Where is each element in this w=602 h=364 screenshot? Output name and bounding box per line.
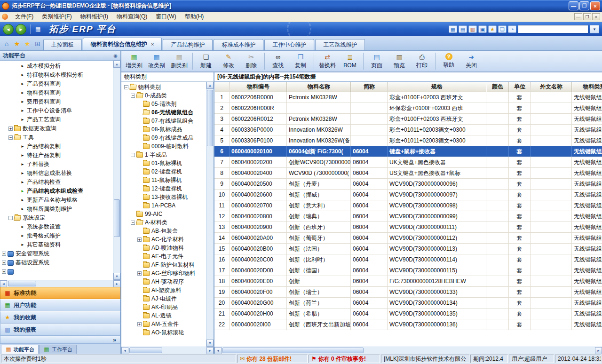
action-button-exit[interactable]: ➜关闭 (460, 51, 482, 71)
table-row[interactable]: 120600400020800创新（瑞典）06004WCV90D(7300000… (214, 211, 602, 222)
scroll-left-icon[interactable]: ◄ (121, 347, 128, 354)
tree-item[interactable]: −0-成品类 (122, 91, 206, 100)
sidebar-panel-2[interactable]: ▦用户功能 (0, 299, 120, 311)
tree-item[interactable]: 99-AIC (122, 210, 206, 218)
tree-item[interactable]: AF-防护包装材料 (122, 261, 206, 269)
action-button-binoculars[interactable]: ∞查找 (267, 51, 289, 71)
table-row[interactable]: 160600400020C00创新（比利时）06004WCV90D(730000… (214, 254, 602, 265)
scroll-track[interactable] (7, 280, 113, 287)
tree-item[interactable]: 08-鼠标成品 (122, 125, 206, 134)
table-row[interactable]: 200600400020G00创新（荷兰）06004WCV90D(7300000… (214, 298, 602, 309)
search-dropdown-button[interactable]: ▼ (590, 25, 599, 33)
tab-close-icon[interactable]: × (151, 41, 154, 47)
tree-item[interactable]: ►物料资料查询 (0, 88, 113, 97)
tree-item[interactable]: ►其它基础资料 (0, 240, 113, 249)
tree-item[interactable]: 13-接收器裸机 (122, 193, 206, 201)
favorite-star-icon[interactable]: ★ (12, 39, 22, 48)
scroll-thumb[interactable] (129, 348, 162, 353)
status-audit[interactable]: ⚑你有 0 件审核事务! (309, 355, 380, 363)
menu-item-6[interactable]: 帮助(H) (181, 12, 208, 22)
table-row[interactable]: 150600400020B00创新（法国）06004WCV90D(7300000… (214, 244, 602, 254)
grid-icon[interactable]: ⊞ (33, 39, 42, 48)
sidebar-horizontal-scrollbar[interactable]: ◄ ► (0, 280, 120, 287)
expand-toggle-icon[interactable]: − (131, 94, 135, 98)
expand-toggle-icon[interactable]: + (2, 269, 6, 274)
table-row[interactable]: 220600400020I00创新（西班牙文出新加坡06004WCV90D(73… (214, 319, 602, 330)
tree-item[interactable]: ►子料替换 (0, 160, 113, 169)
tree-item[interactable]: 05-清洗剂 (122, 100, 206, 108)
tree-item[interactable]: ►批号格式维护 (0, 231, 113, 240)
table-row[interactable]: 106002206R0000Pctronix MK0328W彩盒+0100F+0… (214, 92, 602, 103)
scroll-down-icon[interactable]: ▼ (113, 273, 120, 280)
scroll-track[interactable] (113, 68, 120, 273)
window-grid-icon[interactable]: ▦ (449, 25, 457, 33)
tree-item[interactable]: +数据更改查询 (0, 124, 113, 133)
tree-item[interactable]: ►产品资料查询 (0, 79, 113, 88)
tab-2[interactable]: 物料资料综合信息维护× (83, 38, 162, 50)
tree-item[interactable]: ►产品结构复制 (0, 142, 113, 151)
column-header[interactable]: 物料编号 (230, 82, 287, 92)
action-button-preview[interactable]: ▥预览 (388, 51, 410, 71)
expand-toggle-icon[interactable]: + (2, 261, 6, 265)
scroll-right-icon[interactable]: ► (206, 347, 214, 354)
tree-item[interactable]: 06-无线键鼠组合 (122, 108, 206, 117)
layout-grid-icon[interactable]: ▤ (459, 25, 467, 33)
table-row[interactable]: 406003306P0000Innovation MK0326W彩盒+01011… (214, 125, 602, 135)
tree-item[interactable]: ►更新产品名称与规格 (0, 196, 113, 205)
tree-item[interactable]: 0009-临时散料 (122, 142, 206, 150)
scroll-thumb[interactable] (8, 281, 36, 286)
scroll-track[interactable] (206, 89, 214, 340)
tree-item[interactable]: −工具 (0, 133, 113, 142)
tree-item[interactable]: 02-键盘裸机 (122, 167, 206, 176)
table-row[interactable]: 190600400020F00创新（瑞士）06004WCV90D(7300000… (214, 287, 602, 298)
tree-item[interactable]: 07-有线键鼠组合 (122, 117, 206, 125)
action-button-new-doc[interactable]: ❏新建 (195, 51, 217, 71)
scroll-left-icon[interactable]: ◄ (214, 347, 222, 354)
action-button-copy[interactable]: ❐复制 (290, 51, 311, 71)
table-row[interactable]: 180600400020E00创新06004F/G:7300000000128H… (214, 276, 602, 287)
tree-item[interactable]: AB-包装盒 (122, 227, 206, 235)
table-row[interactable]: 140600400020A00创新（葡萄牙）06004WCV90D(730000… (214, 233, 602, 244)
pin-icon[interactable]: ◉ (113, 53, 118, 58)
scroll-up-icon[interactable]: ▲ (113, 61, 120, 68)
action-button-scissors[interactable]: ✂删除 (240, 51, 262, 71)
expand-toggle-icon[interactable]: − (131, 153, 135, 157)
tree-item[interactable]: 1A-PCBA (122, 201, 206, 210)
book-icon[interactable]: ▥ (468, 25, 477, 33)
action-button-help[interactable]: ?帮助 (438, 51, 459, 71)
expand-toggle-icon[interactable]: + (2, 252, 6, 256)
document-icon[interactable]: ❏ (498, 25, 507, 33)
expand-toggle-icon[interactable]: + (137, 271, 142, 276)
menu-item-3[interactable]: 物料维护(I) (76, 12, 112, 22)
table-row[interactable]: 206002206R000R环保彩盒+0100F+02003 西班套无线键鼠组合 (214, 103, 602, 114)
scroll-track[interactable] (222, 347, 595, 354)
expand-toggle-icon[interactable]: + (8, 127, 13, 131)
table-row[interactable]: 210600400020H00创新（希腊）06004WCV90D(7300000… (214, 309, 602, 319)
tree-item[interactable]: AI-塑胶原料 (122, 286, 206, 294)
column-header[interactable]: 简称 (351, 82, 388, 92)
action-button-bom[interactable]: ≣BOM (339, 51, 361, 71)
scroll-track[interactable] (128, 347, 206, 354)
action-button-grid-del[interactable]: ▦删类别 (168, 51, 190, 71)
column-header[interactable]: 物料名称 (287, 82, 351, 92)
toolbar-search-input[interactable] (518, 25, 588, 33)
tree-item[interactable]: ►特征物料成本模拟分析 (0, 71, 113, 79)
menu-item-5[interactable]: 窗口(W) (151, 12, 180, 22)
sidebar-vertical-scrollbar[interactable]: ▲ ▼ (113, 61, 120, 280)
category-horizontal-scrollbar[interactable]: ◄ ► (121, 347, 214, 354)
tree-item[interactable]: ►系统参数设置 (0, 222, 113, 231)
tree-item[interactable]: +基础设置系统 (0, 258, 113, 267)
close-button[interactable]: × (590, 1, 600, 10)
category-vertical-scrollbar[interactable]: ▲ ▼ (206, 82, 214, 347)
column-header[interactable]: 物料类别 (572, 82, 602, 92)
tree-item[interactable]: AH-驱动程序 (122, 277, 206, 286)
table-row[interactable]: 80600400020400WCV90D (7300000000(06004US… (214, 168, 602, 179)
tree-item[interactable]: AO-鼠标滚轮 (122, 328, 206, 337)
maximize-button[interactable]: ❐ (579, 1, 589, 10)
action-button-grid-edit[interactable]: ▦改类别 (146, 51, 167, 71)
tree-item[interactable]: ►产品结构检查 (0, 178, 113, 187)
tree-item[interactable]: ►费用资料查询 (0, 97, 113, 106)
tab-3[interactable]: 产品结构维护 (163, 39, 213, 50)
sidebar-panel-3[interactable]: ★我的收藏 (0, 311, 120, 324)
action-button-printer[interactable]: ⎙打印 (411, 51, 433, 71)
